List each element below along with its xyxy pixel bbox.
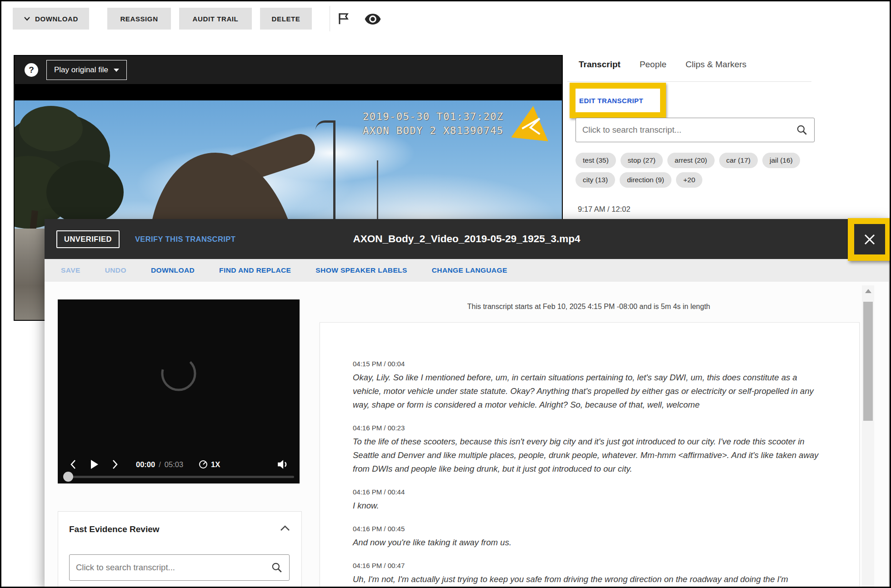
keyword-chip-car[interactable]: car (17) — [719, 153, 758, 168]
close-icon — [862, 232, 877, 247]
entry-text[interactable]: And now you're like taking it away from … — [353, 536, 825, 549]
chevron-down-icon — [114, 69, 119, 72]
change-language-button[interactable]: CHANGE LANGUAGE — [429, 266, 510, 275]
entry-timestamp: 04:16 PM / 00:23 — [353, 424, 825, 432]
transcript-entry: 04:16 PM / 00:23 To the life of these sc… — [353, 424, 825, 476]
transcript-editor-modal: UNVERIFIED VERIFY THIS TRANSCRIPT AXON_B… — [45, 219, 889, 588]
entry-text[interactable]: Okay, Lily. So like I mentioned before, … — [353, 371, 825, 412]
modal-header: UNVERIFIED VERIFY THIS TRANSCRIPT AXON_B… — [45, 219, 889, 259]
reassign-button[interactable]: REASSIGN — [107, 8, 171, 30]
evidence-detail-page: DOWNLOAD REASSIGN AUDIT TRAIL DELETE ? P… — [0, 0, 891, 588]
keyword-chip-arrest[interactable]: arrest (20) — [667, 153, 715, 168]
duration: 05:03 — [165, 460, 183, 468]
tabs-divider — [567, 81, 811, 82]
delete-button-label: DELETE — [272, 15, 300, 23]
seek-handle[interactable] — [63, 472, 73, 482]
toolbar-divider — [330, 6, 330, 31]
fer-search-input[interactable] — [70, 562, 271, 573]
fast-evidence-review-card: Fast Evidence Review — [58, 511, 302, 588]
volume-button[interactable] — [277, 459, 289, 470]
scrollbar-up-arrow[interactable] — [865, 289, 871, 293]
entry-timestamp: 04:16 PM / 00:44 — [353, 488, 825, 496]
seek-bar[interactable] — [63, 476, 294, 478]
entry-text[interactable]: Uh, I'm not, I'm actually just trying to… — [353, 573, 825, 586]
download-transcript-button[interactable]: DOWNLOAD — [148, 266, 197, 275]
video-osd-overlay: 2019-05-30 T01:37:20Z AXON BODY 2 X81390… — [363, 110, 504, 138]
show-speaker-labels-button[interactable]: SHOW SPEAKER LABELS — [313, 266, 410, 275]
keyword-chip-stop[interactable]: stop (27) — [621, 153, 663, 168]
street-ground — [15, 229, 47, 320]
street-lamp-pole — [333, 121, 335, 219]
transcript-entry: 04:15 PM / 00:04 Okay, Lily. So like I m… — [353, 360, 825, 412]
side-panel-tabs: Transcript People Clips & Markers — [579, 60, 746, 70]
edit-transcript-button[interactable]: EDIT TRANSCRIPT — [576, 89, 660, 112]
reassign-button-label: REASSIGN — [120, 15, 158, 23]
close-button-highlight — [848, 218, 891, 261]
download-button-label: DOWNLOAD — [35, 15, 78, 23]
modal-video-player: 00:00/05:03 1X — [58, 299, 300, 483]
fast-evidence-review-title: Fast Evidence Review — [69, 524, 160, 534]
next-button[interactable] — [110, 459, 120, 470]
playback-position-time: 9:17 AM / 12:02 — [578, 205, 631, 214]
collapse-button[interactable] — [280, 524, 290, 533]
flag-icon — [336, 11, 350, 26]
transcript-card: 04:15 PM / 00:04 Okay, Lily. So like I m… — [320, 322, 860, 588]
entry-text[interactable]: I know. — [353, 499, 825, 513]
audit-trail-button[interactable]: AUDIT TRAIL — [179, 8, 252, 30]
chevron-up-icon — [280, 524, 290, 532]
help-icon[interactable]: ? — [25, 63, 38, 77]
entry-timestamp: 04:15 PM / 00:04 — [353, 360, 825, 368]
close-modal-button[interactable] — [854, 224, 885, 254]
transcript-entry: 04:16 PM / 00:45 And now you're like tak… — [353, 525, 825, 549]
tab-people[interactable]: People — [640, 60, 666, 70]
keyword-chip-jail[interactable]: jail (16) — [762, 153, 800, 168]
flag-button[interactable] — [336, 11, 350, 27]
tab-clips-markers[interactable]: Clips & Markers — [686, 60, 746, 70]
play-button[interactable] — [90, 459, 99, 470]
entry-timestamp: 04:16 PM / 00:45 — [353, 525, 825, 533]
modal-toolbar: SAVE UNDO DOWNLOAD FIND AND REPLACE SHOW… — [45, 259, 889, 282]
play-original-file-label: Play original file — [54, 65, 108, 75]
speed-value: 1X — [211, 460, 220, 469]
view-button[interactable] — [364, 13, 381, 26]
download-button[interactable]: DOWNLOAD — [13, 8, 89, 30]
loading-spinner-icon — [158, 353, 199, 394]
keyword-chips: test (35) stop (27) arrest (20) car (17)… — [576, 153, 823, 188]
scrollbar-thumb[interactable] — [863, 302, 873, 421]
axon-logo-icon — [511, 104, 551, 141]
search-icon[interactable] — [271, 562, 283, 573]
osd-timestamp: 2019-05-30 T01:37:20Z — [363, 110, 504, 124]
edit-transcript-highlight: EDIT TRANSCRIPT — [570, 83, 666, 118]
delete-button[interactable]: DELETE — [260, 8, 312, 30]
entry-timestamp: 04:16 PM / 00:47 — [353, 562, 825, 569]
transcript-scrollbar[interactable] — [862, 285, 874, 588]
keyword-chip-direction[interactable]: direction (9) — [620, 172, 671, 188]
chevron-left-icon — [69, 459, 78, 470]
playback-speed-control[interactable]: 1X — [199, 460, 220, 469]
previous-button[interactable] — [69, 459, 78, 470]
keyword-chip-more[interactable]: +20 — [676, 172, 702, 188]
transcript-intro-text: This transcript starts at Feb 10, 2025 4… — [318, 303, 859, 311]
entry-text[interactable]: To the life of these scooters, because t… — [353, 435, 825, 476]
speaker-icon — [277, 459, 289, 470]
speedometer-icon — [199, 460, 208, 469]
tab-transcript[interactable]: Transcript — [579, 60, 621, 70]
video-header: ? Play original file — [15, 56, 562, 84]
undo-button[interactable]: UNDO — [102, 266, 129, 275]
modal-body: 00:00/05:03 1X — [45, 282, 889, 588]
play-original-file-button[interactable]: Play original file — [46, 60, 127, 80]
search-icon[interactable] — [796, 124, 808, 136]
find-and-replace-button[interactable]: FIND AND REPLACE — [216, 266, 294, 275]
save-button[interactable]: SAVE — [58, 266, 83, 275]
utility-pole — [377, 160, 378, 228]
eye-icon — [364, 13, 381, 25]
transcript-entry: 04:16 PM / 00:47 Uh, I'm not, I'm actual… — [353, 562, 825, 586]
play-icon — [90, 459, 99, 470]
time-display: 00:00/05:03 — [136, 460, 183, 469]
player-controls: 00:00/05:03 1X — [69, 459, 289, 470]
keyword-chip-city[interactable]: city (13) — [576, 172, 615, 188]
time-separator: / — [159, 460, 161, 468]
transcript-search-input[interactable] — [576, 125, 796, 135]
transcript-search-box — [576, 118, 815, 142]
keyword-chip-test[interactable]: test (35) — [576, 153, 616, 168]
